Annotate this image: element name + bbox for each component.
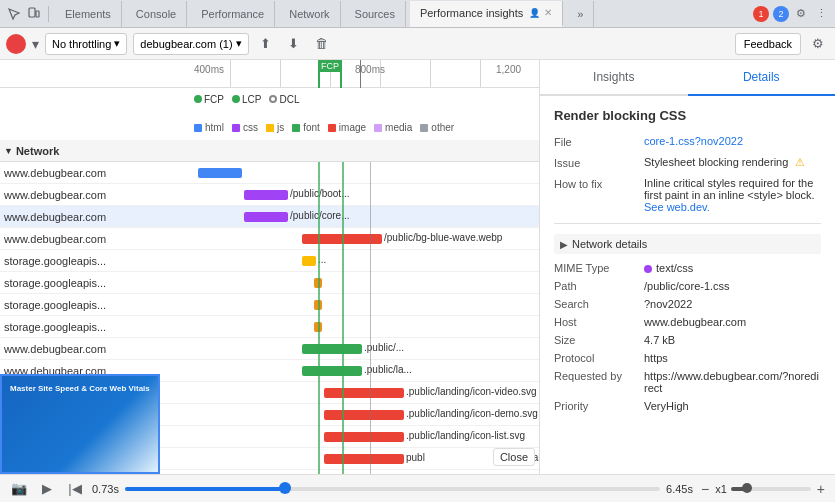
row-domain: www.debugbear.com: [0, 233, 194, 245]
resource-label: .public/landing/icon-video.svg: [406, 386, 537, 397]
nd-row-requested-by: Requested by https://www.debugbear.com/?…: [554, 370, 821, 394]
tab-overflow-button[interactable]: »: [567, 1, 594, 27]
network-details-grid: MIME Type text/css Path /public/core-1.c…: [554, 262, 821, 412]
download-button[interactable]: ⬇: [283, 33, 305, 55]
zoom-slider[interactable]: [731, 487, 811, 491]
resource-bar: [324, 432, 404, 442]
device-toggle-icon[interactable]: [26, 6, 42, 22]
progress-fill: [125, 487, 286, 491]
tab-elements[interactable]: Elements: [55, 1, 122, 27]
settings-secondary-icon[interactable]: ⚙: [807, 33, 829, 55]
legend-media: media: [374, 122, 412, 133]
tab-performance[interactable]: Performance: [191, 1, 275, 27]
row-bar-area: /public/bg-blue-wave.webp: [194, 228, 539, 249]
table-row[interactable]: storage.googleapis... ...: [0, 250, 539, 272]
dcl-dot: [269, 95, 277, 103]
grid-line-1: [230, 60, 231, 87]
target-dropdown[interactable]: debugbear.com (1) ▾: [133, 33, 248, 55]
legend-html: html: [194, 122, 224, 133]
resource-bar: [324, 388, 404, 398]
table-row[interactable]: www.debugbear.com: [0, 162, 539, 184]
row-bar-area: .public/...: [194, 338, 539, 359]
row-bar-area: [194, 162, 539, 183]
resource-bar: [314, 278, 322, 288]
webdev-link[interactable]: See web.dev.: [644, 201, 710, 213]
more-tools-icon[interactable]: ⋮: [813, 6, 829, 22]
network-details-toggle[interactable]: ▶ Network details: [554, 234, 821, 254]
chevron-down-icon[interactable]: ▾: [32, 36, 39, 52]
resource-bar: [244, 212, 288, 222]
resource-bar: [302, 366, 362, 376]
timeline-header: 400ms 800ms 1,200 FCP: [0, 60, 539, 115]
nd-key: Size: [554, 334, 644, 346]
resource-bar: [302, 234, 382, 244]
throttling-dropdown[interactable]: No throttling ▾: [45, 33, 127, 55]
settings-icon[interactable]: ⚙: [793, 6, 809, 22]
table-row[interactable]: www.debugbear.com .public/...: [0, 338, 539, 360]
tab-console[interactable]: Console: [126, 1, 187, 27]
grid-line-6: [480, 60, 481, 87]
detail-key-howtofix: How to fix: [554, 177, 644, 190]
row-bar-area: ...: [194, 250, 539, 271]
detail-row-howtofix: How to fix Inline critical styles requir…: [554, 177, 821, 213]
progress-thumb[interactable]: [279, 482, 291, 494]
tab-network[interactable]: Network: [279, 1, 340, 27]
fcp-marker-top: [318, 60, 320, 88]
resource-bar: [324, 454, 404, 464]
table-row[interactable]: www.debugbear.com /public/core...: [0, 206, 539, 228]
dcl-label: DCL: [279, 94, 299, 105]
nd-key: Requested by: [554, 370, 644, 382]
zoom-in-button[interactable]: +: [815, 481, 827, 497]
upload-button[interactable]: ⬆: [255, 33, 277, 55]
row-bar-area: .public/la...: [194, 360, 539, 381]
fcp-label: FCP: [204, 94, 224, 105]
top-toolbar: Elements Console Performance Network Sou…: [0, 0, 835, 28]
row-bar-area: [194, 294, 539, 315]
notification-badges: 1 2: [753, 6, 789, 22]
nd-key: Priority: [554, 400, 644, 412]
network-collapse-icon[interactable]: ▼: [4, 146, 13, 156]
collapse-arrow-icon: ▶: [560, 239, 568, 250]
target-dropdown-arrow-icon: ▾: [236, 37, 242, 50]
table-row[interactable]: storage.googleapis...: [0, 272, 539, 294]
tab-details[interactable]: Details: [688, 60, 836, 96]
table-row[interactable]: www.debugbear.com /public/bg-blue-wave.w…: [0, 228, 539, 250]
row-domain: www.debugbear.com: [0, 189, 194, 201]
resource-bar: [302, 256, 316, 266]
detail-value-howtofix: Inline critical styles required for the …: [644, 177, 821, 213]
play-button[interactable]: ▶: [36, 478, 58, 500]
screenshot-button[interactable]: 📷: [8, 478, 30, 500]
row-bar-area: .public/landing/icon-demo.svg: [194, 404, 539, 425]
clear-button[interactable]: 🗑: [311, 33, 333, 55]
record-button[interactable]: [6, 34, 26, 54]
legend-js: js: [266, 122, 284, 133]
table-row[interactable]: storage.googleapis...: [0, 316, 539, 338]
toolbar-separator: [48, 6, 49, 22]
tab-close-button[interactable]: ✕: [544, 7, 552, 18]
table-row[interactable]: storage.googleapis...: [0, 294, 539, 316]
waterfall-rows[interactable]: www.debugbear.com www.debugbear.com /pub…: [0, 162, 539, 474]
file-link[interactable]: core-1.css?nov2022: [644, 135, 743, 147]
timeline-scrubber[interactable]: [125, 487, 660, 491]
table-row[interactable]: www.debugbear.com /public/boot...: [0, 184, 539, 206]
start-button[interactable]: |◀: [64, 478, 86, 500]
zoom-out-button[interactable]: −: [699, 481, 711, 497]
tab-performance-insights[interactable]: Performance insights 👤 ✕: [410, 1, 563, 27]
nd-value: www.debugbear.com: [644, 316, 821, 328]
dcl-marker-top: [360, 60, 361, 88]
row-bar-area: [194, 272, 539, 293]
tab-sources[interactable]: Sources: [345, 1, 406, 27]
feedback-button[interactable]: Feedback: [735, 33, 801, 55]
zoom-thumb[interactable]: [742, 483, 752, 493]
tab-insights[interactable]: Insights: [540, 60, 688, 96]
legend-dot-html: [194, 124, 202, 132]
time-start-label: 0.73s: [92, 483, 119, 495]
close-tooltip[interactable]: Close: [493, 448, 535, 466]
inspect-icon[interactable]: [6, 6, 22, 22]
details-panel: Insights Details Render blocking CSS Fil…: [540, 60, 835, 474]
nd-value: VeryHigh: [644, 400, 821, 412]
lcp-badge: LCP: [232, 94, 261, 105]
devtools-container: Elements Console Performance Network Sou…: [0, 0, 835, 502]
detail-value-file: core-1.css?nov2022: [644, 135, 821, 147]
legend-dot-css: [232, 124, 240, 132]
